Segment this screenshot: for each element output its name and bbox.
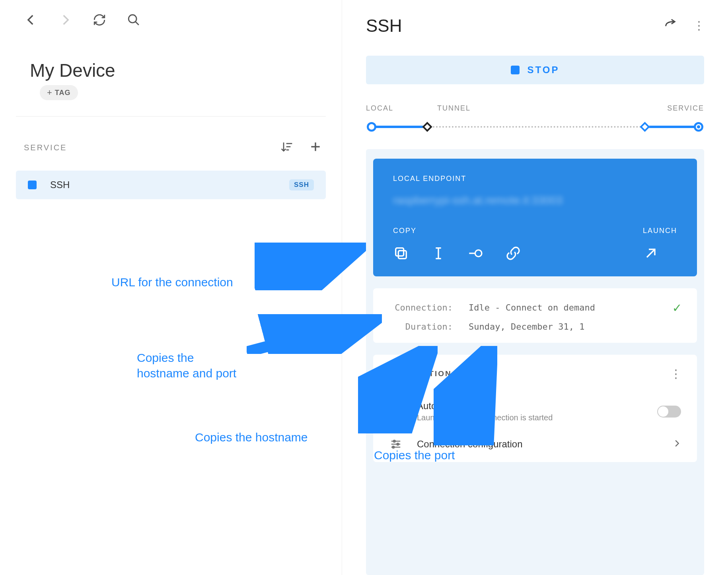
sort-button[interactable] <box>280 140 293 155</box>
duration-key: Duration: <box>389 322 469 332</box>
auto-launch-toggle[interactable] <box>657 406 681 418</box>
add-tag-button[interactable]: + TAG <box>40 85 78 100</box>
page-title: SSH <box>366 16 402 36</box>
divider <box>16 116 326 117</box>
plus-icon: + <box>47 87 53 98</box>
service-name: SSH <box>50 179 70 190</box>
connection-status-key: Connection: <box>389 303 469 313</box>
add-service-button[interactable] <box>309 140 322 155</box>
copy-label: COPY <box>393 227 521 235</box>
svg-line-15 <box>647 249 655 257</box>
pipe-node-tunnel-start <box>422 122 432 132</box>
service-status-icon <box>28 181 37 189</box>
annotation-url: URL for the connection <box>111 274 233 290</box>
refresh-button[interactable] <box>91 12 107 28</box>
copy-port-button[interactable] <box>468 245 484 263</box>
pipeline <box>366 120 704 133</box>
arrow-port <box>434 346 497 445</box>
svg-line-1 <box>135 21 139 25</box>
pipe-label-service: SERVICE <box>667 104 704 113</box>
svg-line-27 <box>446 350 489 443</box>
status-card: Connection: Idle - Connect on demand ✓ D… <box>373 288 697 343</box>
more-menu-button[interactable]: ⋮ <box>693 18 704 33</box>
chevron-right-icon <box>672 439 681 449</box>
stop-label: STOP <box>528 64 560 76</box>
launch-button[interactable] <box>643 245 677 263</box>
svg-point-18 <box>393 440 395 442</box>
share-button[interactable] <box>664 18 677 33</box>
svg-point-20 <box>397 443 399 445</box>
copy-link-button[interactable] <box>505 245 521 263</box>
pipe-node-service <box>694 122 703 132</box>
back-button[interactable] <box>23 12 39 28</box>
endpoint-url[interactable]: raspberrypi-ssh.at.remote.it:33003 <box>393 194 677 207</box>
device-title: My Device <box>30 60 326 81</box>
service-header: SERVICE <box>24 143 67 152</box>
service-type-badge: SSH <box>289 179 314 190</box>
launch-label: LAUNCH <box>643 227 677 235</box>
service-row-ssh[interactable]: SSH SSH <box>16 171 326 199</box>
annotation-port: Copies the port <box>374 447 455 463</box>
copy-hostname-port-button[interactable] <box>393 245 409 263</box>
annotation-hostname: Copies the hostname <box>195 429 308 445</box>
pipeline-labels: LOCAL TUNNEL SERVICE <box>366 104 704 113</box>
pipe-label-local: LOCAL <box>366 104 393 113</box>
tag-label: TAG <box>55 89 71 97</box>
duration-val: Sunday, December 31, 1 <box>469 322 584 332</box>
forward-button <box>57 12 73 28</box>
svg-rect-9 <box>396 248 404 256</box>
svg-line-24 <box>255 247 358 282</box>
arrow-hostname <box>358 346 438 433</box>
endpoint-label: LOCAL ENDPOINT <box>393 175 677 183</box>
svg-rect-8 <box>398 251 406 258</box>
svg-line-26 <box>362 350 430 429</box>
search-button[interactable] <box>126 12 142 28</box>
endpoint-card: LOCAL ENDPOINT raspberrypi-ssh.at.remote… <box>373 159 697 276</box>
pipe-node-local <box>367 122 376 132</box>
svg-point-13 <box>475 250 482 257</box>
connection-menu-button[interactable]: ⋮ <box>670 367 681 381</box>
pipe-node-tunnel-end <box>640 122 650 132</box>
annotation-hostport: Copies the hostname and port <box>137 350 236 381</box>
connection-status-val: Idle - Connect on demand <box>469 303 595 313</box>
svg-point-0 <box>128 15 136 23</box>
stop-icon <box>511 66 520 74</box>
stop-button[interactable]: STOP <box>366 56 704 84</box>
pipe-label-tunnel: TUNNEL <box>437 104 471 113</box>
check-icon: ✓ <box>673 299 681 315</box>
svg-line-25 <box>247 318 374 352</box>
arrow-url <box>255 243 366 290</box>
copy-hostname-button[interactable] <box>430 245 446 263</box>
